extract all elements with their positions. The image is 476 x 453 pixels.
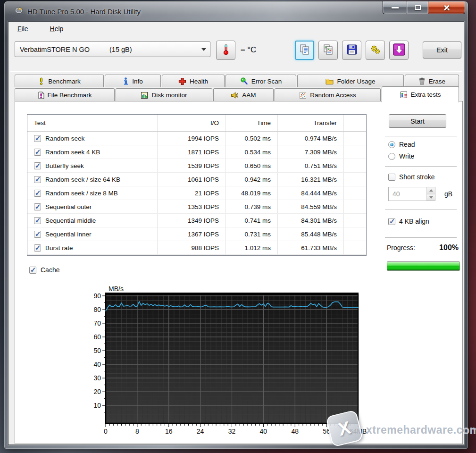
chevron-down-icon — [201, 48, 206, 51]
drive-size: (15 gB) — [109, 46, 132, 53]
io-value: 1349 IOPS — [157, 214, 225, 227]
separator — [385, 136, 457, 137]
test-name: Random seek / size 8 MB — [45, 190, 118, 197]
row-checkbox[interactable] — [34, 149, 41, 156]
tab-erase[interactable]: Erase — [405, 75, 459, 87]
row-checkbox[interactable] — [34, 244, 41, 252]
table-body: Random seek1994 IOPS0.502 ms0.974 MB/sRa… — [27, 132, 366, 255]
table-row: Sequential outer1353 IOPS0.739 ms84.559 … — [27, 200, 366, 214]
table-row: Random seek1994 IOPS0.502 ms0.974 MB/s — [27, 132, 366, 145]
tab-random-access[interactable]: Random Access — [275, 88, 381, 101]
controls-panel: Start Read Write Short stroke 40 — [382, 101, 461, 300]
short-stroke-checkbox[interactable]: Short stroke — [388, 173, 434, 181]
temperature-readout: – °C — [241, 45, 256, 55]
spinner-value: 40 — [389, 187, 426, 201]
exit-button[interactable]: Exit — [423, 42, 461, 59]
transfer-value: 84.444 MB/s — [277, 186, 343, 200]
4kb-align-checkbox[interactable]: 4 KB align — [388, 218, 429, 225]
cache-checkbox[interactable]: Cache — [29, 266, 59, 274]
tab-folder-usage[interactable]: Folder Usage — [297, 75, 404, 87]
info-icon — [123, 77, 129, 85]
tab-aam[interactable]: AAM — [213, 88, 274, 101]
tab-row-1: Benchmark Info Health Error Scan Folder … — [15, 75, 459, 87]
copy-text-button[interactable] — [295, 41, 314, 60]
row-checkbox[interactable] — [34, 231, 41, 238]
row-checkbox[interactable] — [34, 190, 41, 197]
table-row: Random seek / size 8 MB21 IOPS48.019 ms8… — [27, 186, 366, 200]
col-header-io[interactable]: I/O — [157, 115, 225, 131]
table-row: Sequential middle1349 IOPS0.741 ms84.301… — [27, 214, 366, 227]
extra-tests-icon — [400, 91, 408, 99]
temperature-button[interactable] — [216, 41, 235, 60]
row-checkbox[interactable] — [34, 162, 41, 169]
menu-file[interactable]: File — [15, 24, 31, 34]
start-button[interactable]: Start — [389, 114, 446, 128]
io-value: 1539 IOPS — [157, 159, 225, 172]
separator — [385, 210, 457, 210]
transfer-value: 84.559 MB/s — [277, 200, 343, 213]
tab-file-benchmark[interactable]: File Benchmark — [15, 88, 115, 101]
svg-text:40: 40 — [93, 361, 101, 368]
extra-tests-page: Test I/O Time Transfer Random seek1994 I… — [15, 101, 463, 444]
tab-info[interactable]: Info — [105, 75, 161, 87]
minimize-button[interactable] — [383, 1, 407, 14]
drive-select[interactable]: VerbatimSTORE N GO (15 gB) — [15, 42, 210, 57]
transfer-value: 85.448 MB/s — [277, 227, 343, 241]
test-name: Sequential inner — [45, 231, 92, 238]
radio-icon — [388, 141, 395, 148]
svg-text:16: 16 — [165, 428, 173, 435]
transfer-value: 84.301 MB/s — [277, 214, 343, 227]
checkbox-icon — [388, 218, 395, 225]
benchmark-icon — [38, 77, 45, 85]
tab-error-scan[interactable]: Error Scan — [225, 75, 296, 87]
save-button[interactable] — [342, 41, 361, 60]
row-checkbox[interactable] — [34, 176, 41, 183]
row-checkbox[interactable] — [34, 217, 41, 224]
app-window: HD Tune Pro 5.00 - Hard Disk Utility Fil… — [4, 1, 468, 449]
minimize-icon — [392, 7, 399, 8]
row-checkbox[interactable] — [34, 135, 41, 142]
progress-bar — [387, 261, 460, 271]
checkbox-icon — [29, 267, 36, 274]
short-stroke-size-spinner[interactable]: 40 — [388, 187, 435, 201]
close-button[interactable] — [428, 1, 465, 14]
toolbar-separator — [10, 71, 462, 72]
health-cross-icon — [178, 77, 186, 85]
read-radio[interactable]: Read — [388, 141, 415, 148]
tab-benchmark[interactable]: Benchmark — [15, 75, 104, 87]
table-row: Sequential inner1367 IOPS0.731 ms85.448 … — [27, 227, 366, 241]
write-radio[interactable]: Write — [388, 152, 414, 160]
file-benchmark-icon — [38, 92, 44, 99]
copy-image-button[interactable] — [318, 41, 338, 60]
table-row: Butterfly seek1539 IOPS0.650 ms0.751 MB/… — [27, 159, 366, 173]
transfer-value: 61.733 MB/s — [277, 241, 343, 254]
transfer-value: 0.974 MB/s — [277, 132, 343, 145]
maximize-button[interactable] — [407, 1, 428, 14]
test-name: Random seek 4 KB — [45, 149, 100, 156]
test-name: Sequential outer — [45, 203, 92, 210]
time-value: 0.942 ms — [225, 173, 277, 186]
menu-help[interactable]: Help — [47, 24, 67, 34]
col-header-test[interactable]: Test — [27, 119, 157, 126]
spinner-down-icon[interactable] — [427, 194, 435, 201]
col-header-transfer[interactable]: Transfer — [277, 115, 343, 131]
transfer-value: 0.751 MB/s — [277, 159, 343, 172]
drive-name: VerbatimSTORE N GO — [20, 46, 90, 53]
row-checkbox[interactable] — [34, 203, 41, 210]
table-header: Test I/O Time Transfer — [27, 115, 366, 132]
gear-icon — [369, 43, 382, 58]
io-value: 1871 IOPS — [157, 145, 225, 159]
col-header-time[interactable]: Time — [225, 115, 277, 131]
time-value: 48.019 ms — [225, 186, 277, 200]
options-button[interactable] — [366, 41, 385, 60]
tab-health[interactable]: Health — [162, 75, 225, 87]
time-value: 1.012 ms — [225, 241, 277, 254]
time-value: 0.739 ms — [225, 200, 277, 213]
tab-disk-monitor[interactable]: Disk monitor — [116, 88, 212, 101]
capture-button[interactable] — [389, 41, 409, 60]
tab-extra-tests[interactable]: Extra tests — [382, 86, 459, 102]
spinner-up-icon[interactable] — [427, 187, 435, 194]
time-value: 0.502 ms — [225, 132, 277, 145]
progress-row: Progress: 100% — [387, 243, 459, 252]
checkbox-icon — [388, 174, 395, 181]
